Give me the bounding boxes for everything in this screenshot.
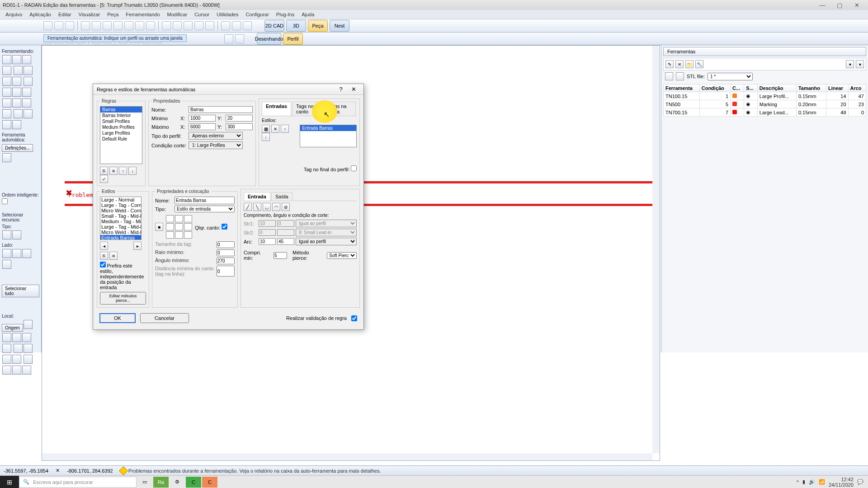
tray-icon[interactable]: 🔊 <box>809 479 815 485</box>
place-cell[interactable] <box>184 215 192 222</box>
tab-entrada[interactable]: Entrada <box>244 192 270 201</box>
menu-ferramentando[interactable]: Ferramentando <box>122 11 163 18</box>
tool-btn[interactable] <box>22 99 31 108</box>
scrollbar-horizontal[interactable] <box>42 453 652 460</box>
origem-btn[interactable] <box>24 320 33 329</box>
help-icon[interactable] <box>243 21 252 30</box>
place-cell[interactable] <box>166 223 174 230</box>
tool-btn[interactable] <box>2 66 11 75</box>
menu-modificar[interactable]: Modificar <box>164 11 191 18</box>
col-ferramenta[interactable]: Ferramenta <box>664 84 700 92</box>
start-button[interactable]: ⊞ <box>0 476 19 488</box>
tool-btn[interactable] <box>2 153 11 162</box>
loc-btn[interactable] <box>2 344 11 353</box>
help-button[interactable]: ? <box>335 85 347 94</box>
selecionar-tudo-button[interactable]: Selecionar tudo <box>2 285 39 297</box>
menu-arquivo[interactable]: Arquivo <box>2 11 26 18</box>
loc-btn[interactable] <box>12 355 21 364</box>
prop-nome-input[interactable] <box>175 197 235 204</box>
metodo-pierce-select[interactable]: Soft Pierc <box>327 252 357 259</box>
menu-plugins[interactable]: Plug-Ins <box>273 11 298 18</box>
loc-btn[interactable] <box>2 355 11 364</box>
tipo-btn[interactable] <box>12 230 21 239</box>
nome-input[interactable] <box>189 106 253 113</box>
min-x-input[interactable] <box>189 115 216 122</box>
max-x-input[interactable] <box>189 123 216 130</box>
lado-btn[interactable] <box>22 249 31 258</box>
tool-btn[interactable] <box>12 55 21 64</box>
up-icon[interactable]: ↑ <box>281 125 289 133</box>
prefira-checkbox[interactable] <box>100 262 106 267</box>
tool-btn[interactable] <box>12 120 21 129</box>
tool-btn[interactable] <box>12 77 21 86</box>
tool-btn[interactable] <box>22 55 31 64</box>
list-item[interactable]: Large Profiles <box>100 130 142 136</box>
dropdown-icon[interactable]: ▾ <box>846 60 854 68</box>
line-icon[interactable]: ╲ <box>253 203 261 211</box>
ang-min-input[interactable] <box>217 258 235 264</box>
list-item[interactable]: Small Profiles <box>100 118 142 124</box>
cond-corte-select[interactable]: 1: Large Profiles <box>189 141 243 149</box>
col-arco[interactable]: Arco <box>848 84 866 92</box>
loc-btn[interactable] <box>2 366 11 375</box>
tool-btn[interactable] <box>2 55 11 64</box>
dropdown-icon[interactable]: ▾ <box>856 60 864 68</box>
tab-tags-canto[interactable]: Tags no canto <box>292 102 324 116</box>
line-icon[interactable]: ╱ <box>244 203 252 211</box>
list-item[interactable]: Medium - Tag - Mid-line <box>100 219 141 224</box>
info-icon[interactable] <box>173 21 182 30</box>
tray-icon[interactable]: ▮ <box>802 479 805 485</box>
save-icon[interactable] <box>65 21 74 30</box>
table-row[interactable]: TN5005◉Marking0.20mm2023 <box>664 100 866 108</box>
tab-saida[interactable]: Saída <box>271 192 292 201</box>
max-y-input[interactable] <box>226 123 253 130</box>
notification-icon[interactable]: 💬 <box>857 479 863 485</box>
menu-editar[interactable]: Editar <box>55 11 75 18</box>
list-item[interactable]: Micro Weld - Corner ta <box>100 208 141 213</box>
shape-icon[interactable]: ■ <box>155 223 163 231</box>
submode-desenhando[interactable]: Desenhando <box>257 33 281 45</box>
delete-icon[interactable]: ✕ <box>109 167 118 175</box>
tool-icon[interactable] <box>205 21 214 30</box>
loc-btn[interactable] <box>22 333 31 342</box>
minimize-button[interactable]: — <box>814 1 831 9</box>
tray-chevron-icon[interactable]: ^ <box>797 479 799 485</box>
col-descricao[interactable]: Descrição <box>757 84 796 92</box>
tool-btn[interactable] <box>2 120 11 129</box>
menu-aplicacao[interactable]: Aplicação <box>26 11 55 18</box>
loc-btn[interactable] <box>2 333 11 342</box>
tool-icon[interactable] <box>235 34 244 43</box>
origem-button[interactable]: Origem <box>2 324 23 332</box>
list-item[interactable]: Entrada Barras <box>300 125 356 131</box>
place-cell[interactable] <box>175 215 183 222</box>
tool-btn[interactable] <box>22 88 31 97</box>
none-icon[interactable]: ⊘ <box>282 203 290 211</box>
list-item[interactable]: Micro Weld - Mid-line t <box>100 230 141 235</box>
new-icon[interactable] <box>43 21 52 30</box>
loc-btn[interactable] <box>24 344 33 353</box>
up-icon[interactable]: ↑ <box>119 167 127 175</box>
place-cell[interactable] <box>175 223 183 230</box>
menu-configurar[interactable]: Configurar <box>242 11 273 18</box>
col-condicao[interactable]: Condição <box>699 84 730 92</box>
tray-icon[interactable]: 📶 <box>819 479 825 485</box>
menu-cursor[interactable]: Cursor <box>191 11 213 18</box>
regras-list[interactable]: Barras Barras Interior Small Profiles Me… <box>100 106 142 164</box>
mode-3d[interactable]: 3D <box>286 20 306 32</box>
list-item[interactable]: Entrada Barras <box>100 235 141 240</box>
stl-select[interactable]: 1 * <box>708 73 753 80</box>
table-row[interactable]: TN100.151◉Large Profil...0.15mm1447 <box>664 92 866 100</box>
tool-icon[interactable] <box>221 21 230 30</box>
list-item[interactable]: Medium Profiles <box>100 124 142 130</box>
list-item[interactable]: Small - Tag - Mid-line t <box>100 213 141 219</box>
mode-2dcad[interactable]: 2D CAD <box>264 20 284 32</box>
list-item[interactable]: Default Rule <box>100 136 142 142</box>
tool-btn[interactable] <box>24 77 33 86</box>
tool-icon[interactable] <box>113 21 123 30</box>
tab-tags-linha[interactable]: Tags na linha <box>325 102 356 116</box>
list-item[interactable]: Large - Normal <box>100 197 141 202</box>
mode-nest[interactable]: Nest <box>330 20 349 32</box>
maximize-button[interactable]: ▢ <box>831 1 848 9</box>
lado-btn[interactable] <box>2 260 11 269</box>
loc-btn[interactable] <box>24 355 33 364</box>
